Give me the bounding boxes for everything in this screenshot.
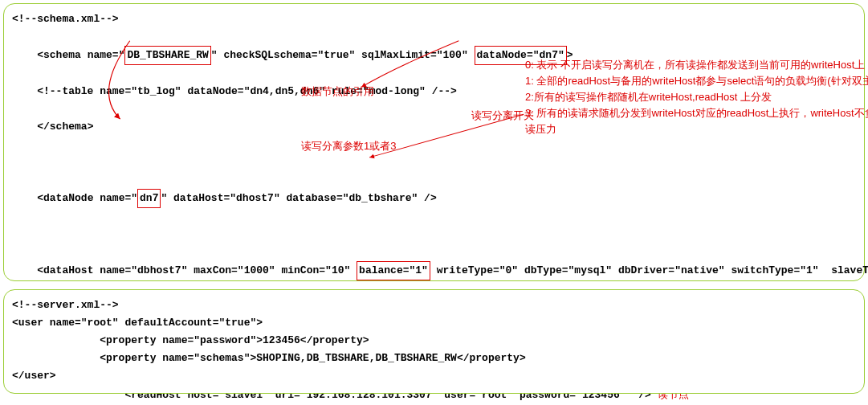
schema-panel: <!--schema.xml--> <schema name="DB_TBSHA… xyxy=(3,3,865,281)
legend-2: 2:所有的读写操作都随机在writeHost,readHost 上分发 xyxy=(525,89,856,105)
code-line: </user> xyxy=(12,367,856,385)
txt: <dataHost name="dbhost7" maxCon="1000" m… xyxy=(37,264,357,276)
txt: " checkSQLschema="true" sqlMaxLimit="100… xyxy=(211,49,475,61)
code-line xyxy=(12,226,856,243)
txt: " dataHost="dhost7" database="db_tbshare… xyxy=(161,192,436,204)
schema-name-box: DB_TBSHARE_RW xyxy=(124,46,210,65)
note-citation: 数据节点的引用 xyxy=(301,84,374,99)
txt: writeType="0" dbType="mysql" dbDriver="n… xyxy=(430,264,868,276)
code-line: <property name="password">123456</proper… xyxy=(12,332,856,350)
txt: </schema> xyxy=(37,121,93,133)
code-line: <dataNode name="dn7" dataHost="dhost7" d… xyxy=(12,171,856,226)
dn7-box: dn7 xyxy=(137,189,161,208)
code-line: <property name="schemas">SHOPING,DB_TBSH… xyxy=(12,350,856,367)
txt: <dataNode name=" xyxy=(37,192,137,204)
code-line: <user name="root" defaultAccount="true"> xyxy=(12,314,856,332)
code-line: <!--server.xml--> xyxy=(12,297,856,314)
balance-box: balance="1" xyxy=(357,261,430,280)
balance-legend: 0: 表示 不开启读写分离机在，所有读操作都发送到当前可用的writeHost上… xyxy=(525,57,856,137)
legend-1: 1: 全部的readHost与备用的writeHost都参与select语句的负… xyxy=(525,73,856,89)
code-line: <!--schema.xml--> xyxy=(12,10,856,28)
server-panel: <!--server.xml--> <user name="root" defa… xyxy=(3,289,865,394)
note-param: 读写分离参数1或者3 xyxy=(301,139,396,153)
legend-3: 3: 所有的读请求随机分发到writeHost对应的readHost上执行，wr… xyxy=(525,105,856,121)
legend-0: 0: 表示 不开启读写分离机在，所有读操作都发送到当前可用的writeHost上 xyxy=(525,57,856,73)
code-line xyxy=(12,153,856,171)
legend-3b: 读压力 xyxy=(525,121,856,137)
txt: <schema name=" xyxy=(37,49,124,61)
